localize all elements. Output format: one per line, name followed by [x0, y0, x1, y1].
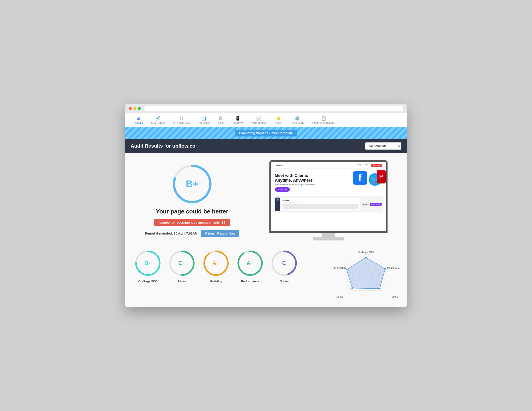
- audit-title: Audit Results for upflow.co: [131, 143, 195, 149]
- score-label-usability: A+: [212, 260, 219, 266]
- site-preview: Upflow. Blog Login Try for free: [271, 162, 386, 231]
- score-item-performance: A+ Performance: [237, 250, 264, 283]
- site-hero-cta: Try for free: [275, 187, 290, 192]
- tab-technology-label: Technology: [290, 121, 304, 124]
- tab-links-label: Links: [218, 121, 224, 124]
- radar-label-performance: Performance: [332, 266, 346, 269]
- score-name-social: Social: [280, 280, 288, 283]
- titlebar: [125, 104, 407, 113]
- score-circle-performance: A+: [237, 250, 264, 277]
- recommendations-icon: 📋: [321, 116, 326, 120]
- radar-label-links: Links: [392, 295, 398, 298]
- score-label-social: C: [282, 260, 286, 266]
- address-bar[interactable]: [144, 106, 403, 111]
- score-circle-onpage: B+: [134, 250, 162, 277]
- tab-social[interactable]: ⭐ Social: [271, 115, 286, 127]
- page-message: Your page could be better: [156, 208, 228, 215]
- site-nav-links: Blog Login Try for free: [358, 164, 382, 167]
- monitor-camera: [328, 160, 329, 162]
- tab-subpages[interactable]: 🔗 Sub-Pages: [147, 115, 169, 127]
- bottom-section: B+ On-Page SEO C+ Links: [134, 250, 398, 300]
- links-icon: ⛓: [219, 116, 223, 120]
- audit-header: Audit Results for upflow.co No Template …: [125, 139, 407, 153]
- facebook-icon: f: [353, 171, 367, 185]
- score-item-links: C+ Links: [168, 250, 196, 283]
- rankings-icon: 📊: [201, 116, 207, 120]
- score-label-links: C+: [178, 260, 185, 266]
- tab-performance[interactable]: 📈 Performance: [247, 115, 271, 127]
- score-name-usability: Usability: [210, 280, 222, 283]
- score-circle-links: C+: [168, 250, 196, 277]
- score-label-performance: A+: [247, 260, 254, 266]
- tab-results[interactable]: ⊞ Results: [130, 115, 147, 127]
- radar-label-social: Social: [336, 295, 343, 298]
- progress-text: Evaluating Website - 78% Complete: [239, 131, 293, 135]
- main-grade-label: B+: [186, 178, 198, 189]
- radar-label-mobile: Mobile & UI: [387, 266, 400, 269]
- score-name-onpage: On-Page SEO: [138, 280, 158, 283]
- report-date: Report Generated: 30 April 7:01AM: [145, 232, 197, 235]
- score-label-onpage: B+: [144, 260, 151, 266]
- monitor-container: Upflow. Blog Login Try for free: [259, 160, 398, 241]
- improvements-badge: Number of recommended improvements: 13: [154, 219, 230, 226]
- score-item-onpage: B+ On-Page SEO: [134, 250, 162, 283]
- tab-recommendations[interactable]: 📋 Recommendations: [308, 115, 339, 127]
- onpage-icon: ◎: [180, 116, 183, 120]
- progress-bar: Evaluating Website - 78% Complete: [235, 130, 297, 136]
- radar-chart-section: On-Page SEO Mobile & UI Links Social Per…: [334, 250, 398, 300]
- monitor-screen: Upflow. Blog Login Try for free: [269, 160, 388, 233]
- score-name-links: Links: [178, 280, 186, 283]
- monitor: Upflow. Blog Login Try for free: [269, 160, 388, 241]
- score-circles: B+ On-Page SEO C+ Links: [134, 250, 330, 283]
- tab-subpages-label: Sub-Pages: [151, 121, 164, 124]
- tab-recommendations-label: Recommendations: [312, 121, 335, 124]
- results-icon: ⊞: [137, 116, 140, 120]
- tab-usability-label: Usability: [232, 121, 243, 124]
- score-item-usability: A+ Usability: [202, 250, 230, 283]
- template-select[interactable]: No Template E-commerce Blog Business: [365, 142, 401, 150]
- score-name-performance: Performance: [241, 280, 259, 283]
- technology-icon: ⚙️: [294, 116, 300, 120]
- tab-results-label: Results: [134, 121, 143, 124]
- score-item-social: C Social: [271, 250, 298, 283]
- traffic-lights: [129, 107, 141, 110]
- pinterest-icon: P: [377, 170, 386, 184]
- tab-usability[interactable]: 📱 Usability: [228, 115, 247, 127]
- tab-onpage-label: On-Page SEO: [173, 121, 190, 124]
- site-hero: Meet with Clients Anytime, Anywhere A si…: [271, 169, 386, 196]
- performance-icon: 📈: [256, 116, 261, 120]
- monitor-stand: [313, 237, 344, 241]
- tab-performance-label: Performance: [251, 121, 267, 124]
- app-preview-strip: Post Feed Routine Freelance feed: [274, 196, 383, 213]
- main-content: B+ Your page could be better Number of r…: [125, 153, 407, 307]
- grade-section: B+ Your page could be better Number of r…: [134, 163, 250, 237]
- tab-rankings[interactable]: 📊 Rankings: [194, 115, 214, 127]
- radar-label-onpage: On-Page SEO: [358, 251, 374, 254]
- browser-window: ⊞ Results 🔗 Sub-Pages ◎ On-Page SEO 📊 Ra…: [125, 104, 407, 307]
- tab-rankings-label: Rankings: [198, 121, 210, 124]
- radar-labels: On-Page SEO Mobile & UI Links Social Per…: [334, 251, 398, 300]
- score-circle-usability: A+: [202, 250, 230, 277]
- refresh-button[interactable]: Refresh Results Now: [201, 230, 239, 237]
- top-section: B+ Your page could be better Number of r…: [134, 160, 398, 241]
- report-row: Report Generated: 30 April 7:01AM Refres…: [145, 230, 239, 237]
- tab-links[interactable]: ⛓ Links: [214, 115, 228, 127]
- site-try-btn: Try for free: [371, 164, 382, 167]
- close-button[interactable]: [129, 107, 132, 110]
- tab-onpage[interactable]: ◎ On-Page SEO: [169, 115, 194, 127]
- site-nav: Upflow. Blog Login Try for free: [271, 162, 386, 169]
- tab-technology[interactable]: ⚙️ Technology: [286, 115, 308, 127]
- minimize-button[interactable]: [133, 107, 136, 110]
- main-grade-circle: B+: [172, 163, 213, 204]
- monitor-neck: [322, 233, 335, 237]
- usability-icon: 📱: [235, 116, 240, 120]
- progress-bar-container: Evaluating Website - 78% Complete: [125, 127, 407, 139]
- social-icon: ⭐: [276, 116, 281, 120]
- maximize-button[interactable]: [138, 107, 141, 110]
- tab-social-label: Social: [275, 121, 282, 124]
- site-logo: Upflow.: [275, 164, 283, 167]
- nav-tabs: ⊞ Results 🔗 Sub-Pages ◎ On-Page SEO 📊 Ra…: [125, 113, 407, 127]
- subpages-icon: 🔗: [155, 116, 160, 120]
- score-circle-social: C: [271, 250, 298, 277]
